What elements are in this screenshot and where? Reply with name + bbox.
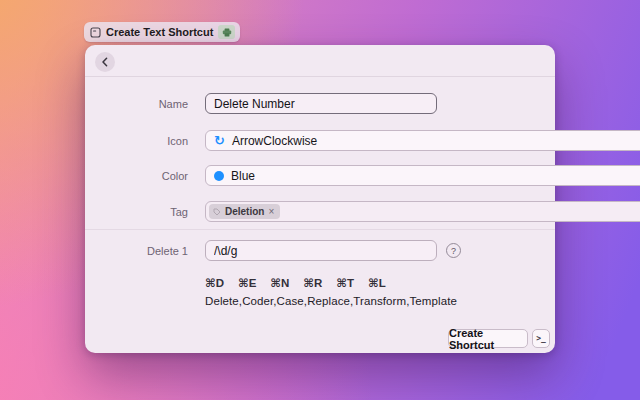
pill-title: Create Text Shortcut	[106, 26, 213, 38]
tag-remove-icon[interactable]: ×	[268, 206, 274, 217]
color-select[interactable]: Blue	[205, 165, 640, 186]
chevron-left-icon	[101, 57, 109, 67]
arrow-clockwise-icon: ↻	[214, 134, 225, 147]
shortcut-hints: ⌘D ⌘E ⌘N ⌘R ⌘T ⌘L	[205, 276, 386, 290]
tag-row: Tag Deletion ×	[85, 201, 555, 222]
window-glyph-icon	[90, 27, 101, 38]
name-label: Name	[85, 93, 188, 114]
shortcut-cmd-t: ⌘T	[336, 276, 354, 290]
color-label: Color	[85, 165, 188, 186]
name-row: Name	[85, 93, 555, 114]
name-input[interactable]	[205, 93, 437, 114]
delete1-label: Delete 1	[85, 240, 188, 261]
create-shortcut-button[interactable]: Create Shortcut	[448, 329, 528, 348]
titlebar-pill[interactable]: Create Text Shortcut	[84, 22, 240, 42]
delete1-row: Delete 1 ?	[85, 240, 555, 261]
shortcut-cmd-e: ⌘E	[238, 276, 256, 290]
tag-label: Tag	[85, 201, 188, 222]
window-header	[85, 45, 555, 76]
shortcut-cmd-l: ⌘L	[368, 276, 386, 290]
printer-icon[interactable]	[218, 25, 235, 39]
shortcut-cmd-d: ⌘D	[205, 276, 224, 290]
color-row: Color Blue	[85, 165, 555, 186]
keyword-list: Delete,Coder,Case,Replace,Transform,Temp…	[205, 295, 457, 307]
help-button[interactable]: ?	[446, 243, 461, 258]
icon-label: Icon	[85, 130, 188, 151]
icon-select-value: ArrowClockwise	[232, 134, 640, 148]
create-shortcut-window: Name Icon ↻ ArrowClockwise Color Blue	[85, 45, 555, 353]
icon-select[interactable]: ↻ ArrowClockwise	[205, 130, 640, 151]
tag-chip[interactable]: Deletion ×	[209, 204, 280, 219]
tag-icon	[213, 208, 221, 216]
color-select-value: Blue	[231, 169, 640, 183]
delete1-pattern-input[interactable]	[205, 240, 437, 261]
icon-row: Icon ↻ ArrowClockwise	[85, 130, 555, 151]
shortcut-cmd-r: ⌘R	[303, 276, 322, 290]
blue-color-swatch-icon	[214, 171, 224, 181]
tag-chip-label: Deletion	[225, 206, 264, 217]
back-button[interactable]	[95, 52, 115, 72]
shortcut-cmd-n: ⌘N	[270, 276, 289, 290]
header-divider	[85, 76, 555, 77]
terminal-button[interactable]: >_	[532, 329, 550, 348]
tag-field[interactable]: Deletion ×	[205, 201, 640, 222]
section-divider	[85, 229, 555, 230]
